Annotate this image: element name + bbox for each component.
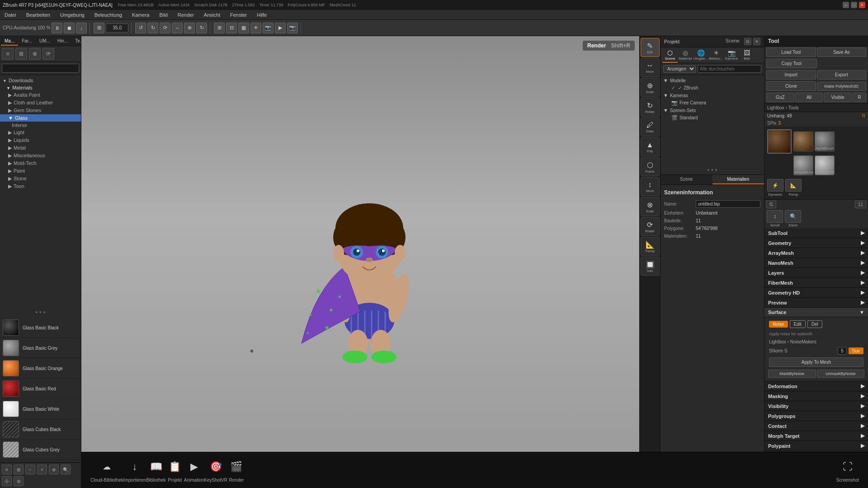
lib-tab-far[interactable]: Far... — [18, 37, 36, 46]
polypaint-section-header[interactable]: Polypaint ▶ — [764, 441, 868, 451]
main-brush-swatch[interactable] — [767, 129, 792, 154]
all-button[interactable]: All — [795, 93, 823, 102]
scale-button[interactable]: ⊕ — [184, 23, 195, 33]
menu-umgebung[interactable]: Umgebung — [58, 11, 86, 19]
brush-thumb-simple[interactable]: SimpleBrush — [793, 155, 813, 175]
preview-section-header[interactable]: Preview ▶ — [764, 298, 868, 308]
maximize-button[interactable]: □ — [851, 2, 857, 8]
tree-item-metal[interactable]: ▶Metal — [0, 144, 81, 152]
bottom-screenshot-item[interactable]: ⛶ Screenshot — [836, 458, 859, 483]
frame-button[interactable]: ▦ — [238, 23, 249, 33]
scene-tab-bild[interactable]: 🖼 Bild — [739, 47, 755, 63]
del-button[interactable]: Del — [807, 320, 822, 328]
rotate-button[interactable]: ↻ — [196, 23, 207, 33]
tree-item-interior[interactable]: Interior — [0, 122, 81, 129]
stree-kameras[interactable]: ▼ Kameras — [660, 92, 764, 99]
move2-button[interactable]: ↕ Move — [641, 177, 660, 196]
lib-bt-add-icon[interactable]: ➕ — [2, 476, 12, 486]
scene-tab-scene[interactable]: ⬡ Scene — [662, 47, 678, 63]
scene-search-input[interactable] — [698, 65, 761, 73]
scene-materialien-tab[interactable]: Materialien — [712, 175, 764, 184]
render-btn2[interactable]: ▶ — [275, 23, 286, 33]
edit-mode-button[interactable]: ✎ Edit — [641, 38, 660, 57]
tree-item-stone[interactable]: ▶Stone — [0, 175, 81, 183]
suv-button[interactable]: Suv — [849, 347, 863, 354]
tree-item-mold-tech[interactable]: ▶Mold-Tech — [0, 160, 81, 167]
tree-item-downloads[interactable]: ▼Downloads — [0, 77, 81, 84]
menu-bearbeiten[interactable]: Bearbeiten — [24, 11, 52, 19]
tree-item-axalta-paint[interactable]: ▶Axalta Paint — [0, 91, 81, 99]
brush-thumb-eraser[interactable]: EraserBrush — [815, 155, 835, 175]
geometry-hd-section-header[interactable]: Geometry HD ▶ — [764, 288, 868, 298]
scene-szene-tab[interactable]: Szene — [660, 175, 712, 184]
dynamic-btn[interactable]: ⚡ Dynamic — [767, 179, 783, 197]
geometry-section-header[interactable]: Geometry ▶ — [764, 238, 868, 248]
import-button[interactable]: Import — [766, 70, 816, 80]
bottom-importieren-item[interactable]: ↓ Importieren — [123, 458, 146, 483]
save-as-button[interactable]: Save As — [817, 47, 867, 57]
arraymesh-section-header[interactable]: ArrayMesh ▶ — [764, 248, 868, 258]
rotate-mode-button[interactable]: ↻ Rotate — [641, 98, 660, 117]
export-button[interactable]: Export — [817, 70, 867, 80]
tree-item-light[interactable]: ▶Light — [0, 129, 81, 136]
visibility-section-header[interactable]: Visibility ▶ — [764, 401, 868, 411]
lib-bt-zoom-out-icon[interactable]: − — [25, 465, 35, 474]
stree-standard[interactable]: 🎬 Standard — [660, 114, 764, 122]
tree-item-miscellaneous[interactable]: ▶Miscellaneous — [0, 152, 81, 160]
mat-glass-basic-red[interactable]: Glass Basic Red — [0, 379, 81, 399]
menu-render[interactable]: Render — [176, 11, 196, 19]
bottom-render-item[interactable]: 🎬 Render — [227, 458, 245, 483]
scene-tab-beleuc[interactable]: ☀ Beleuc... — [708, 47, 724, 63]
menu-ansicht[interactable]: Ansicht — [202, 11, 222, 19]
stree-szenen-sets[interactable]: ▼ Szenen-Sets — [660, 107, 764, 114]
lib-tab-um[interactable]: UM... — [36, 37, 54, 46]
menu-beleuchtung[interactable]: Beleuchtung — [93, 11, 124, 19]
tree-item-gem-stones[interactable]: ▶Gem Stones — [0, 107, 81, 114]
load-tool-button[interactable]: Load Tool — [766, 47, 816, 57]
grid-button[interactable]: ⊞ — [214, 23, 225, 33]
redo-button[interactable]: ↻ — [147, 23, 158, 33]
scale2-button[interactable]: ⊗ Scale — [641, 197, 660, 216]
solo-button[interactable]: 🔲 Solo — [641, 257, 660, 276]
zoom-btn[interactable]: 🔍 Zoom — [784, 210, 802, 227]
stree-zbrush[interactable]: ✓ ✓ ZBrush — [660, 84, 764, 92]
layers-section-header[interactable]: Layers ▶ — [764, 268, 868, 278]
menu-hilfe[interactable]: Hilfe — [255, 11, 269, 19]
masking-section-header[interactable]: Masking ▶ — [764, 391, 868, 401]
scale-mode-button[interactable]: ⊕ Scale — [641, 78, 660, 97]
arrow-button[interactable]: ↓ — [76, 23, 87, 33]
move-mode-button[interactable]: ↔ Move — [641, 58, 660, 77]
menu-datei[interactable]: Datei — [3, 11, 18, 19]
menu-kamera[interactable]: Kamera — [130, 11, 151, 19]
scene-close-button[interactable]: ✕ — [753, 38, 760, 45]
subtool-section-header[interactable]: SubTool ▶ — [764, 228, 868, 238]
lib-icon-search[interactable]: ⊛ — [29, 48, 41, 60]
camera-button[interactable]: 📷 — [263, 23, 274, 33]
zoom-icon[interactable]: ⊞ — [94, 23, 104, 33]
minimize-button[interactable]: ─ — [843, 2, 849, 8]
deformation-section-header[interactable]: Deformation ▶ — [764, 381, 868, 391]
visible-button[interactable]: Visible — [824, 93, 852, 102]
lib-bt-search-icon[interactable]: ⊛ — [49, 465, 59, 474]
transp-button[interactable]: 📐 Transp — [641, 237, 660, 256]
tree-item-toon[interactable]: ▶Toon — [0, 183, 81, 190]
zoom-input[interactable]: 35.0 — [106, 23, 128, 33]
contact-section-header[interactable]: Contact ▶ — [764, 421, 868, 431]
tree-item-cloth-leather[interactable]: ▶Cloth and Leather — [0, 99, 81, 107]
mat-glass-basic-grey[interactable]: Glass Basic Grey — [0, 338, 81, 358]
poly-button[interactable]: ▲ Poly — [641, 137, 660, 156]
rotate2-button[interactable]: ⟳ Rotate — [641, 217, 660, 236]
lib-icon-grid[interactable]: ⊞ — [15, 48, 27, 60]
clone-button[interactable]: Clone — [766, 81, 816, 91]
light-button[interactable]: ☀ — [250, 23, 261, 33]
mat-glass-basic-orange[interactable]: Glass Basic Orange — [0, 358, 81, 379]
lib-bt-grid-icon[interactable]: ⊞ — [14, 465, 24, 474]
bottom-bibliothek-item[interactable]: 📖 Bibliothek — [146, 458, 165, 483]
lib-bt-magnify-icon[interactable]: 🔍 — [61, 465, 71, 474]
scene-name-input[interactable] — [696, 200, 760, 208]
maskbynoise-button[interactable]: MaskByNoise — [768, 370, 816, 378]
anzeigen-select[interactable]: Anzeigen — [663, 65, 696, 73]
brush-thumb-standard[interactable] — [793, 131, 813, 151]
tree-item-liquids[interactable]: ▶Liquids — [0, 136, 81, 144]
lib-bt-list-icon[interactable]: ≡ — [2, 465, 12, 474]
